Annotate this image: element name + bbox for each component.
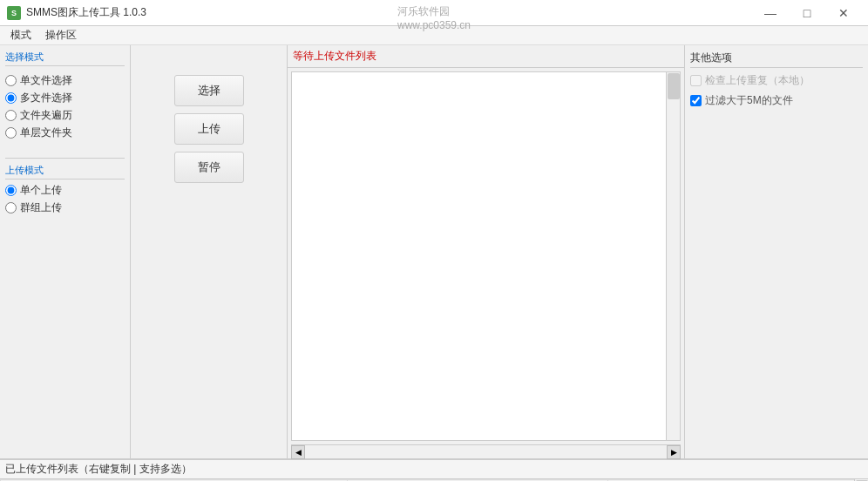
upload-mode-section: 上传模式 单个上传 群组上传 [5, 158, 125, 222]
radio-multi-file[interactable]: 多文件选择 [5, 91, 125, 105]
app-icon: S [7, 6, 21, 20]
titlebar-left: S SMMS图床上传工具 1.0.3 [7, 5, 146, 20]
radio-single-file[interactable]: 单文件选择 [5, 73, 125, 88]
radio-single-file-label: 单文件选择 [20, 73, 72, 88]
main-content: 选择模式 单文件选择 多文件选择 文件夹遍历 单层文件夹 上传模式 [0, 45, 868, 458]
titlebar-controls: — □ ✕ [753, 4, 861, 22]
queue-header: 等待上传文件列表 [288, 45, 684, 68]
radio-single-upload[interactable]: 单个上传 [5, 183, 125, 198]
menubar: 模式 操作区 [0, 26, 868, 45]
minimize-button[interactable]: — [753, 4, 788, 22]
maximize-button[interactable]: □ [790, 4, 824, 22]
right-panel: 其他选项 检查上传重复（本地） 过滤大于5M的文件 [685, 45, 868, 458]
menu-item-operation[interactable]: 操作区 [38, 26, 84, 44]
selection-mode-label: 选择模式 [5, 51, 125, 66]
radio-single-folder-label: 单层文件夹 [20, 125, 72, 140]
checkbox-check-duplicate[interactable]: 检查上传重复（本地） [690, 73, 863, 88]
upload-button[interactable]: 上传 [174, 113, 244, 145]
radio-group-upload-label: 群组上传 [20, 200, 62, 215]
upload-mode-label: 上传模式 [5, 164, 125, 180]
titlebar: S SMMS图床上传工具 1.0.3 — □ ✕ [0, 0, 868, 26]
radio-multi-file-label: 多文件选择 [20, 91, 72, 105]
table-header-bar: 已上传文件列表（右键复制 | 支持多选） [0, 460, 868, 479]
close-button[interactable]: ✕ [826, 4, 861, 22]
selection-mode-group: 单文件选择 多文件选择 文件夹遍历 单层文件夹 [5, 73, 125, 140]
scroll-right-arrow[interactable]: ▶ [667, 445, 681, 459]
checkbox-check-duplicate-label: 检查上传重复（本地） [705, 73, 810, 88]
radio-folder-traverse[interactable]: 文件夹遍历 [5, 108, 125, 123]
options-header: 其他选项 [690, 51, 863, 68]
scroll-left-arrow[interactable]: ◀ [291, 445, 305, 459]
queue-content [291, 71, 681, 441]
queue-scrollbar-h[interactable]: ◀ ▶ [291, 444, 681, 458]
checkbox-filter-5m[interactable]: 过滤大于5M的文件 [690, 93, 863, 108]
upload-mode-group: 单个上传 群组上传 [5, 183, 125, 215]
queue-scrollbar-v[interactable] [666, 72, 680, 440]
queue-panel: 等待上传文件列表 ◀ ▶ [288, 45, 685, 458]
middle-panel: 选择 上传 暂停 [131, 45, 288, 458]
checkbox-filter-5m-label: 过滤大于5M的文件 [705, 93, 793, 108]
radio-group-upload[interactable]: 群组上传 [5, 200, 125, 215]
select-button[interactable]: 选择 [174, 75, 244, 106]
left-panel: 选择模式 单文件选择 多文件选择 文件夹遍历 单层文件夹 上传模式 [0, 45, 131, 458]
menu-item-mode[interactable]: 模式 [3, 26, 38, 44]
scroll-h-track[interactable] [305, 446, 667, 458]
app-title: SMMS图床上传工具 1.0.3 [26, 5, 146, 20]
pause-button[interactable]: 暂停 [174, 152, 244, 183]
bottom-section: 已上传文件列表（右键复制 | 支持多选） 本地路径 CDN链接 删除链接 D:/… [0, 458, 868, 481]
queue-scrollbar-thumb[interactable] [668, 73, 680, 99]
radio-single-folder[interactable]: 单层文件夹 [5, 125, 125, 140]
radio-single-upload-label: 单个上传 [20, 183, 62, 198]
table-header-text: 已上传文件列表（右键复制 | 支持多选） [5, 462, 192, 477]
radio-folder-traverse-label: 文件夹遍历 [20, 108, 72, 123]
